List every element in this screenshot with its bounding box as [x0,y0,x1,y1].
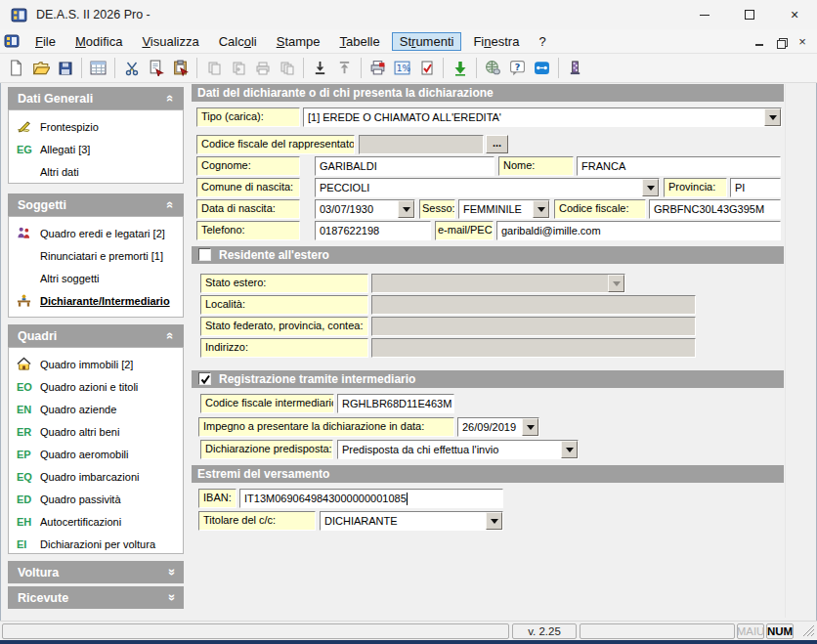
panel-edge [785,84,786,618]
iban-label: IBAN: [198,489,236,508]
dichiarazione-predisposta-label: Dichiarazione predisposta: [200,440,333,459]
sidebar-section-dati-generali[interactable]: Dati Generali« [8,87,184,109]
codice-fiscale-field[interactable]: GRBFNC30L43G395M [649,199,781,219]
dichiarazione-predisposta-select[interactable]: Predisposta da chi effettua l'invio [337,440,579,459]
sidebar-item-dichiarazioni-voltura[interactable]: EIDichiarazioni per voltura [9,533,183,555]
import-document-icon[interactable] [168,56,193,80]
data-nascita-select[interactable]: 03/07/1930 [315,199,415,219]
intermediario-checkbox[interactable] [198,372,211,385]
provincia-field[interactable]: PI [730,178,781,197]
collapse-chevron-icon[interactable]: « [163,95,178,102]
pen-icon [17,119,40,134]
sidebar-item-altri-soggetti[interactable]: Altri soggetti [9,267,183,289]
dropdown-arrow-icon [608,275,624,292]
mdi-close-button[interactable]: × [796,34,809,48]
exit-door-icon[interactable] [563,56,587,80]
dropdown-arrow-icon[interactable] [533,200,549,218]
sidebar-item-eredi-legatari[interactable]: Quadro eredi e legatari [2] [9,222,183,244]
calc-percent-icon[interactable]: 1% [390,56,414,80]
minimize-button[interactable] [682,0,727,29]
open-file-icon[interactable] [28,56,53,80]
teamviewer-icon[interactable] [530,56,554,80]
sidebar-section-quadri[interactable]: Quadri« [8,324,184,347]
sidebar-item-passivita[interactable]: EDQuadro passività [9,488,183,510]
menu-help[interactable]: ? [531,32,553,51]
menu-finestra[interactable]: Finestra [465,32,527,51]
sidebar-item-allegati[interactable]: EG Allegati [3] [9,138,183,160]
sidebar-item-autocertificazioni[interactable]: EHAutocertificazioni [9,510,183,533]
pdf-print-icon[interactable] [366,56,390,80]
menu-visualizza[interactable]: Visualizza [134,32,206,51]
download-to-file-icon[interactable] [308,56,332,80]
export-document-icon[interactable] [144,56,168,80]
new-file-icon[interactable] [4,56,28,80]
section-code-eh: EH [17,516,40,528]
dropdown-arrow-icon[interactable] [486,512,502,530]
resize-grip[interactable] [802,624,815,637]
sidebar-item-azioni-titoli[interactable]: EOQuadro azioni e titoli [9,375,183,398]
sidebar-item-altri-dati[interactable]: Altri dati [9,160,183,183]
sidebar-section-soggetti[interactable]: Soggetti« [8,193,184,216]
sidebar-item-altri-beni[interactable]: ERQuadro altri beni [9,420,183,443]
nome-field[interactable]: FRANCA [577,156,781,176]
save-icon[interactable] [53,56,77,80]
app-window: DE.A.S. II 2026 Pro - × File Modifica Vi… [0,0,817,644]
taskbar-edge [0,640,817,644]
expand-chevron-icon[interactable]: « [163,594,178,601]
tipo-carica-select[interactable]: [1] EREDE O CHIAMATO ALL'EREDITA' [303,107,782,127]
comune-nascita-select[interactable]: PECCIOLI [315,178,660,197]
menu-tabelle[interactable]: Tabelle [332,32,388,51]
sidebar-panel-dati-generali: Frontespizio EG Allegati [3] Altri dati [8,109,184,184]
window-controls: × [682,0,817,29]
sidebar-item-rinunciatari[interactable]: Rinunciatari e premorti [1] [9,244,183,267]
stato-federato-field [371,317,696,336]
mdi-restore-button[interactable] [774,34,788,48]
sidebar-item-frontespizio[interactable]: Frontespizio [9,115,183,138]
menu-strumenti[interactable]: Strumenti [392,32,462,51]
residente-estero-checkbox[interactable] [198,248,211,261]
print-copies-disabled-icon [275,56,299,80]
collapse-chevron-icon[interactable]: « [163,332,178,339]
cf-rappresentato-field[interactable] [359,135,484,154]
validate-check-icon[interactable] [414,56,439,80]
sidebar-item-dichiarante-intermediario[interactable]: Dichiarante/Intermediario [9,289,183,312]
dropdown-arrow-icon[interactable] [642,179,659,196]
table-view-icon[interactable] [86,56,110,80]
web-globe-icon[interactable] [481,56,505,80]
collapse-chevron-icon[interactable]: « [163,201,178,208]
dropdown-arrow-icon[interactable] [764,108,781,126]
sesso-select[interactable]: FEMMINILE [458,199,550,219]
maximize-button[interactable] [727,0,772,29]
close-button[interactable]: × [772,0,817,29]
cut-icon[interactable] [119,56,144,80]
svg-text:1%: 1% [397,64,410,73]
menu-modifica[interactable]: Modifica [67,32,130,51]
cf-intermediario-field[interactable]: RGHLBR68D11E463M [337,394,454,413]
iban-field[interactable]: IT13M0690649843000000001085 [239,489,503,508]
email-pec-field[interactable]: garibaldi@imille.com [496,221,781,240]
expand-chevron-icon[interactable]: « [163,569,178,576]
sidebar-section-voltura[interactable]: Voltura« [8,561,184,583]
titolare-cc-select[interactable]: DICHIARANTE [320,511,503,531]
sidebar-item-quadro-immobili[interactable]: Quadro immobili [2] [9,353,183,375]
sidebar-item-aziende[interactable]: ENQuadro aziende [9,398,183,420]
mdi-minimize-button[interactable] [752,34,766,48]
sidebar-item-aeromobili[interactable]: EPQuadro aeromobili [9,443,183,465]
sidebar-panel-quadri: Quadro immobili [2] EOQuadro azioni e ti… [8,347,184,554]
menu-calcoli[interactable]: Calcoli [211,32,265,51]
impegno-data-select[interactable]: 26/09/2019 [457,417,539,437]
sidebar-section-ricevute[interactable]: Ricevute« [8,586,184,609]
dropdown-arrow-icon[interactable] [561,441,578,458]
browse-button[interactable]: ... [486,135,508,153]
menu-stampe[interactable]: Stampe [269,32,328,51]
help-question-icon[interactable]: ? [505,56,530,80]
mdi-window-controls: × [752,34,809,48]
menu-file[interactable]: File [27,32,64,51]
localita-label: Località: [200,295,368,315]
telefono-field[interactable]: 0187622198 [315,221,431,240]
dropdown-arrow-icon[interactable] [398,200,414,218]
dropdown-arrow-icon[interactable] [522,418,538,436]
import-green-arrow-icon[interactable] [448,56,472,80]
sidebar-item-imbarcazioni[interactable]: EQQuadro imbarcazioni [9,465,183,488]
cognome-field[interactable]: GARIBALDI [315,156,494,176]
